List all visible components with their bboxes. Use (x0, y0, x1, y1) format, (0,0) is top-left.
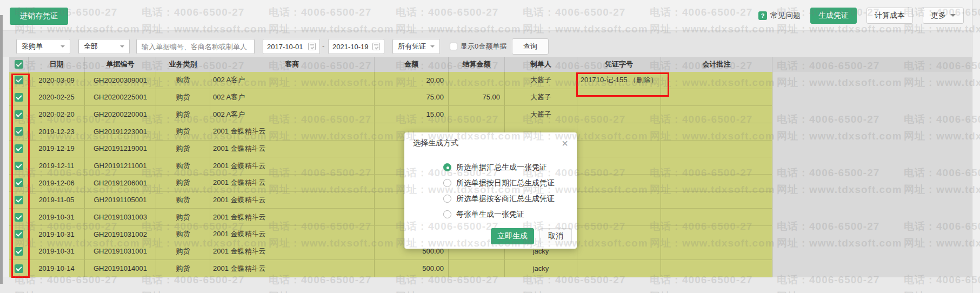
row-checkbox[interactable] (15, 110, 23, 119)
table-row[interactable]: 2019-10-31 GH20191031001 购货 2001 金蝶精斗云 5… (9, 243, 772, 261)
row-checkbox-cell (9, 226, 29, 243)
option-label: 所选单据按客商汇总生成凭证 (456, 194, 555, 204)
query-button[interactable]: 查询 (512, 38, 549, 55)
cell-doc-no: GH20191014001 (85, 260, 156, 277)
header-doc-no[interactable]: 单据编号 (85, 57, 156, 72)
row-checkbox-cell (9, 157, 29, 174)
cell-biz-type: 购货 (156, 141, 210, 157)
header-maker[interactable]: 制单人 (505, 57, 577, 72)
show-zero-checkbox[interactable] (450, 43, 457, 50)
right-scrollbar-track[interactable] (972, 0, 980, 293)
table-row[interactable]: 2019-10-31 GH20191031003 购货 2001 金蝶精斗云 (9, 209, 772, 226)
table-row[interactable]: 2019-12-06 GH20191206001 购货 2001 金蝶精斗云 (9, 175, 772, 192)
row-checkbox[interactable] (15, 213, 23, 222)
cell-customer: 2001 金蝶精斗云 (210, 226, 375, 243)
radio-icon[interactable] (443, 210, 451, 218)
header-date[interactable]: 日期 (29, 57, 85, 72)
generate-voucher-button[interactable]: 生成凭证 (810, 8, 857, 24)
table-row[interactable]: 2019-12-11 GH20191211001 购货 2001 金蝶精斗云 (9, 157, 772, 175)
calculate-cost-button[interactable]: 计算成本 (866, 8, 913, 24)
date-from-input[interactable]: 2017-10-01 (263, 39, 320, 54)
table-row[interactable]: 2020-03-09 GH20200309001 购货 002 A客户 20.0… (9, 72, 772, 89)
cell-doc-no: GH20191031003 (85, 209, 156, 225)
inventory-voucher-button[interactable]: 进销存凭证 (10, 8, 68, 25)
cell-date: 2019-10-31 (29, 226, 85, 243)
header-biz-type[interactable]: 业务类别 (156, 57, 210, 72)
cancel-button[interactable]: 取消 (539, 228, 572, 244)
cell-biz-type: 购货 (156, 157, 210, 174)
doc-type-select[interactable]: 采购单 (16, 39, 70, 54)
row-checkbox[interactable] (15, 127, 23, 136)
more-button[interactable]: 更多 (923, 8, 964, 24)
cell-voucher-no (577, 260, 661, 277)
cell-account-note (661, 89, 772, 106)
scope-select[interactable]: 全部 (78, 39, 130, 54)
table-row[interactable]: 2019-12-23 GH20191223001 购货 2001 金蝶精斗云 (9, 123, 772, 141)
option-label: 所选单据汇总生成一张凭证 (456, 163, 547, 172)
faq-link[interactable]: ? 常见问题 (758, 11, 801, 21)
row-checkbox[interactable] (15, 76, 23, 84)
cell-date: 2019-12-23 (29, 123, 85, 140)
row-checkbox[interactable] (15, 144, 23, 153)
header-voucher-no[interactable]: 凭证字号 (577, 57, 661, 72)
cell-account-note (661, 175, 772, 191)
row-checkbox-cell (9, 175, 29, 191)
cell-biz-type: 购货 (156, 123, 210, 140)
cell-voucher-no (577, 192, 661, 209)
generate-option[interactable]: 每张单生成一张凭证 (443, 207, 577, 222)
header-amount[interactable]: 金额 (375, 57, 449, 72)
date-range-separator: - (322, 39, 324, 54)
header-account-note[interactable]: 会计批注 (661, 57, 772, 72)
generate-option[interactable]: 所选单据汇总生成一张凭证 (443, 159, 577, 175)
radio-icon[interactable] (443, 163, 451, 171)
cell-customer: 2001 金蝶精斗云 (210, 209, 375, 225)
voucher-filter-select[interactable]: 所有凭证 (392, 39, 440, 54)
cell-voucher-no (577, 106, 661, 123)
row-checkbox[interactable] (15, 264, 23, 273)
generate-option[interactable]: 所选单据按日期汇总生成凭证 (443, 175, 577, 191)
row-checkbox[interactable] (15, 230, 23, 238)
more-label: 更多 (931, 11, 946, 21)
table-row[interactable]: 2020-02-20 GH20200220001 购货 002 A客户 15.0… (9, 106, 772, 123)
doc-type-value: 采购单 (22, 42, 43, 51)
generate-now-button[interactable]: 立即生成 (491, 228, 534, 244)
table-row[interactable]: 2019-11-05 GH20191105001 购货 2001 金蝶精斗云 (9, 192, 772, 209)
scope-value: 全部 (84, 42, 98, 51)
cell-voucher-no (577, 243, 661, 260)
table-row[interactable]: 2020-02-25 GH20200225001 购货 002 A客户 75.0… (9, 89, 772, 106)
cell-account-note (661, 141, 772, 157)
cell-doc-no: GH20191206001 (85, 175, 156, 191)
row-checkbox[interactable] (15, 93, 23, 102)
row-checkbox[interactable] (15, 247, 23, 256)
table-row[interactable]: 2019-12-19 GH20191219001 购货 2001 金蝶精斗云 (9, 141, 772, 158)
cell-doc-no: GH20191219001 (85, 141, 156, 157)
row-checkbox-cell (9, 72, 29, 89)
radio-icon[interactable] (443, 179, 451, 187)
show-zero-checkbox-wrap[interactable]: 显示0金额单据 (450, 39, 506, 54)
table-row[interactable]: 2019-10-14 GH20191014001 购货 2001 金蝶精斗云 5… (9, 260, 772, 277)
row-checkbox-cell (9, 141, 29, 157)
cell-doc-no: GH20191211001 (85, 157, 156, 174)
close-icon[interactable]: × (562, 138, 568, 149)
select-all-checkbox[interactable] (15, 60, 23, 69)
cell-voucher-no (577, 175, 661, 191)
chevron-down-icon (430, 45, 435, 48)
chevron-down-icon (950, 14, 956, 17)
table-row[interactable]: 2019-10-31 GH20191031002 购货 2001 金蝶精斗云 (9, 226, 772, 243)
cell-amount: 500.00 (375, 260, 449, 277)
cell-customer: 002 A客户 (210, 106, 375, 123)
row-checkbox-cell (9, 192, 29, 209)
cell-biz-type: 购货 (156, 175, 210, 191)
cell-date: 2019-12-11 (29, 157, 85, 174)
generate-option[interactable]: 所选单据按客商汇总生成凭证 (443, 191, 577, 207)
date-to-input[interactable]: 2021-10-19 (328, 39, 384, 54)
header-customer[interactable]: 客商 (210, 57, 375, 72)
search-input[interactable] (137, 43, 254, 51)
header-settle-amount[interactable]: 结算金额 (449, 57, 505, 72)
cell-customer: 2001 金蝶精斗云 (210, 260, 375, 277)
row-checkbox[interactable] (15, 178, 23, 187)
radio-icon[interactable] (443, 195, 451, 203)
row-checkbox[interactable] (15, 162, 23, 170)
select-all-cell (9, 57, 29, 72)
row-checkbox[interactable] (15, 196, 23, 204)
